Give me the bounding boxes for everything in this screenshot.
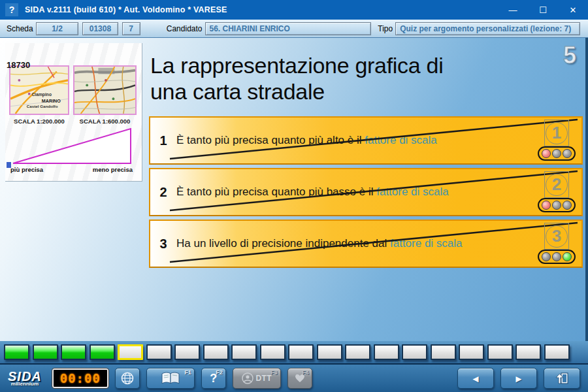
light-2 (552, 149, 561, 158)
dtt-label: DTT (255, 374, 272, 383)
progress-cell-todo[interactable] (431, 344, 456, 360)
close-button[interactable]: ✕ (558, 0, 588, 20)
progress-strip (0, 341, 588, 363)
answer-text: Ha un livello di precisione indipendente… (176, 237, 519, 250)
map-place-2: MARINO (42, 99, 61, 104)
progress-cell-todo[interactable] (487, 344, 513, 360)
answer-keyword-link[interactable]: fattore di scala (365, 134, 437, 146)
tipo-field[interactable]: Quiz per argomento personalizzati (lezio… (395, 22, 580, 35)
ministry-emblem-icon (241, 372, 254, 385)
light-3 (563, 201, 572, 210)
traffic-light[interactable] (538, 250, 576, 264)
progress-cell-todo[interactable] (345, 344, 370, 360)
light-1 (542, 252, 551, 261)
wedge-right-label: meno precisa (93, 166, 133, 173)
progress-cell-done[interactable] (4, 344, 29, 360)
answers-list: 1 È tanto più precisa quanto più alto è … (149, 116, 583, 271)
next-question-button[interactable]: ► (500, 368, 537, 389)
scheda-label: Scheda (7, 24, 33, 33)
question-title: La rappresentazione grafica di una carta… (150, 52, 555, 105)
answer-number: 2 (150, 185, 176, 200)
manual-f1-button[interactable]: F1 (146, 368, 195, 389)
light-2 (552, 201, 561, 210)
right-edge-strip (585, 38, 588, 341)
question-figure-card: 18730 Ciampino MARINO Castel Gandolfo (5, 43, 142, 182)
map1-caption: SCALA 1:200.000 (9, 118, 69, 125)
progress-cell-done[interactable] (90, 344, 115, 360)
wedge-left-label: più precisa (10, 166, 43, 173)
f1-key-label: F1 (184, 369, 191, 376)
f2-key-label: F2 (216, 369, 223, 376)
candidato-label: Candidato (167, 24, 203, 33)
map2-caption: SCALA 1:600.000 (73, 118, 137, 125)
answer-badge: 1 (544, 120, 569, 146)
progress-cell-todo[interactable] (544, 344, 570, 360)
question-area: 18730 Ciampino MARINO Castel Gandolfo (0, 38, 588, 341)
sida-quiz-window: ? SIDA v.2111 (build 610) * Aut. Voldomi… (0, 0, 588, 392)
answer-text: È tanto più precisa quanto più basso è i… (176, 186, 505, 199)
timer-display: 00:00 (52, 368, 108, 388)
prev-arrow-icon: ◄ (471, 373, 481, 384)
traffic-light[interactable] (538, 198, 576, 212)
answer-number: 3 (150, 237, 176, 252)
f3-key-label: F3 (270, 369, 278, 376)
light-3 (563, 149, 572, 158)
progress-cell-todo[interactable] (174, 344, 200, 360)
answer-keyword-link[interactable]: fattore di scala (390, 237, 463, 250)
progress-cell-done[interactable] (61, 344, 86, 360)
book-icon (161, 371, 180, 385)
progress-cell-done[interactable] (33, 344, 58, 360)
progress-cell-todo[interactable] (288, 344, 314, 360)
card-corner-icon (7, 162, 11, 168)
answer-badge: 3 (544, 223, 569, 250)
progress-cell-todo[interactable] (146, 344, 172, 360)
map-place-1: Ciampino (32, 93, 52, 98)
answer-row-1[interactable]: 1 È tanto più precisa quanto più alto è … (149, 116, 583, 165)
exit-button[interactable] (544, 368, 580, 389)
light-2 (552, 252, 561, 261)
progress-cell-todo[interactable] (317, 344, 342, 360)
titlebar: ? SIDA v.2111 (build 610) * Aut. Voldomi… (0, 0, 588, 20)
answer-text: È tanto più precisa quanto più alto è il… (176, 134, 493, 147)
candidato-field[interactable]: 56. CHIARINI ENRICO (205, 22, 372, 35)
question-number: 5 (563, 42, 576, 69)
card-number-field[interactable]: 01308 (82, 22, 118, 35)
help-icon[interactable]: ? (5, 3, 18, 16)
f4-key-label: F4 (302, 369, 309, 376)
quiz-header-bar: Scheda 1/2 01308 7 Candidato 56. CHIARIN… (0, 20, 588, 38)
exit-door-icon (555, 372, 569, 385)
answer-badge: 2 (544, 171, 569, 198)
figure-number: 18730 (7, 60, 30, 70)
progress-cell-todo[interactable] (260, 344, 286, 360)
minimize-button[interactable]: — (498, 0, 528, 20)
map-thumbnail-1: Ciampino MARINO Castel Gandolfo (9, 65, 69, 115)
answer-keyword-link[interactable]: fattore di scala (376, 186, 449, 198)
progress-cell-todo[interactable] (459, 344, 484, 360)
traffic-light[interactable] (538, 146, 576, 161)
sida-logo: SIDA millennium (8, 370, 42, 387)
answer-row-2[interactable]: 2 È tanto più precisa quanto più basso è… (149, 168, 583, 216)
light-1 (542, 149, 551, 158)
prev-question-button[interactable]: ◄ (457, 368, 494, 389)
light-3 (563, 252, 572, 261)
scheda-value-field[interactable]: 1/2 (36, 22, 79, 35)
progress-cell-todo[interactable] (515, 344, 541, 360)
listen-f4-button[interactable]: F4 (287, 368, 312, 389)
progress-cell-todo[interactable] (231, 344, 257, 360)
progress-cell-current[interactable] (118, 344, 143, 360)
globe-button[interactable] (115, 368, 140, 389)
precision-wedge (12, 127, 133, 166)
dtt-f3-button[interactable]: DTT F3 (233, 368, 281, 389)
next-arrow-icon: ► (514, 373, 524, 384)
answer-row-3[interactable]: 3 Ha un livello di precisione indipenden… (149, 220, 583, 268)
question-count-field[interactable]: 7 (122, 22, 140, 35)
window-title: SIDA v.2111 (build 610) * Aut. Voldomino… (25, 5, 227, 14)
bottom-toolbar: SIDA millennium 00:00 F1 ? (0, 363, 588, 392)
help-f2-button[interactable]: ? F2 (201, 368, 226, 389)
light-1 (542, 201, 551, 210)
progress-cell-todo[interactable] (374, 344, 399, 360)
maximize-button[interactable]: ☐ (528, 0, 558, 20)
progress-cell-todo[interactable] (203, 344, 229, 360)
map-place-3: Castel Gandolfo (27, 105, 58, 109)
progress-cell-todo[interactable] (402, 344, 427, 360)
